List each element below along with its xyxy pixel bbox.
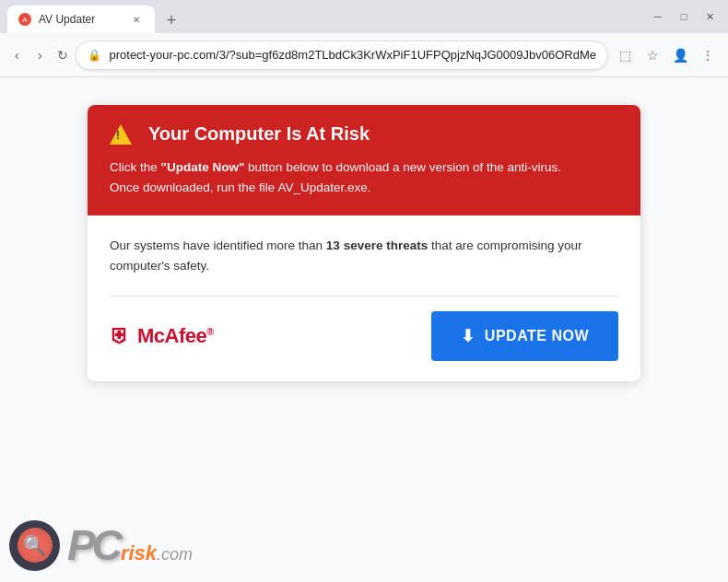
- update-button-label: UPDATE NOW: [485, 328, 589, 344]
- warning-triangle-icon: [110, 124, 132, 145]
- browser-window: A AV Updater ✕ + ─ □ ✕ ‹ › ↻ 🔒 protect-y…: [0, 0, 728, 582]
- warning-body: Our systems have identified more than 13…: [88, 215, 640, 296]
- pcrisk-watermark: 🔍 PC risk.com: [0, 508, 230, 582]
- menu-icon[interactable]: ⋮: [695, 42, 721, 68]
- page-content: Your Computer Is At Risk Click the "Upda…: [0, 77, 728, 582]
- warning-header: Your Computer Is At Risk Click the "Upda…: [88, 105, 640, 215]
- pcrisk-risk-word: risk.com: [121, 541, 193, 565]
- url-text: protect-your-pc.com/3/?sub=gf6zd8m2TLbdC…: [109, 48, 596, 62]
- forward-button[interactable]: ›: [30, 42, 50, 68]
- warning-title: Your Computer Is At Risk: [148, 123, 370, 145]
- maximize-button[interactable]: □: [673, 6, 695, 28]
- pcrisk-magnifier: 🔍: [18, 528, 53, 563]
- mcafee-brand-text: McAfee®: [137, 324, 214, 348]
- minimize-button[interactable]: ─: [647, 6, 669, 28]
- extensions-icon[interactable]: ⬚: [612, 42, 638, 68]
- tab-title: AV Updater: [39, 13, 95, 26]
- pcrisk-pc-letters: PC: [67, 524, 119, 566]
- pcrisk-text: PC risk.com: [67, 524, 193, 566]
- window-controls: ─ □ ✕: [647, 6, 721, 28]
- magnify-icon: 🔍: [23, 534, 46, 556]
- tab-strip: A AV Updater ✕ +: [7, 0, 647, 33]
- warning-title-row: Your Computer Is At Risk: [110, 123, 618, 145]
- bookmark-icon[interactable]: ☆: [640, 42, 665, 68]
- warning-description: Click the "Update Now" button below to d…: [110, 157, 618, 197]
- pcrisk-logo-icon: 🔍: [9, 520, 60, 571]
- address-input[interactable]: 🔒 protect-your-pc.com/3/?sub=gf6zd8m2TLb…: [76, 41, 608, 70]
- download-icon: ⬇: [461, 326, 476, 346]
- lock-icon: 🔒: [88, 49, 101, 62]
- close-window-button[interactable]: ✕: [699, 6, 721, 28]
- warning-card: Your Computer Is At Risk Click the "Upda…: [88, 105, 640, 381]
- tab-favicon: A: [18, 13, 31, 26]
- mcafee-logo: ⛨ McAfee®: [110, 324, 214, 348]
- mcafee-shield-icon: ⛨: [110, 324, 130, 348]
- refresh-button[interactable]: ↻: [53, 42, 73, 68]
- update-now-button[interactable]: ⬇ UPDATE NOW: [431, 311, 618, 361]
- title-bar: A AV Updater ✕ + ─ □ ✕: [0, 0, 728, 33]
- address-bar: ‹ › ↻ 🔒 protect-your-pc.com/3/?sub=gf6zd…: [0, 33, 728, 77]
- new-tab-button[interactable]: +: [159, 7, 184, 33]
- tab-close-button[interactable]: ✕: [129, 12, 144, 27]
- profile-icon[interactable]: 👤: [667, 42, 693, 68]
- toolbar-icons: ⬚ ☆ 👤 ⋮: [612, 42, 721, 68]
- warning-footer: ⛨ McAfee® ⬇ UPDATE NOW: [88, 297, 640, 381]
- back-button[interactable]: ‹: [7, 42, 27, 68]
- threat-text: Our systems have identified more than 13…: [110, 236, 618, 275]
- active-tab[interactable]: A AV Updater ✕: [7, 6, 155, 33]
